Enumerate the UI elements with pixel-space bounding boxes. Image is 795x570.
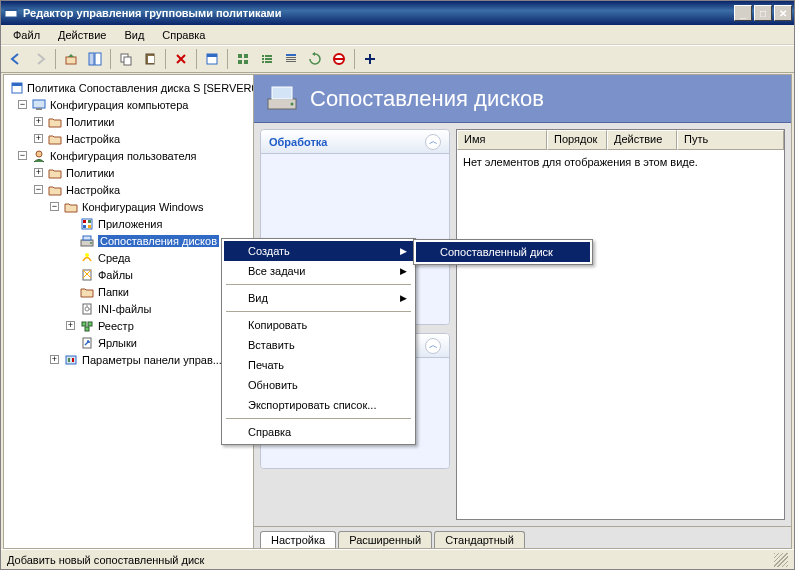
svg-rect-26 [335, 58, 343, 60]
ctx-export[interactable]: Экспортировать список... [224, 395, 413, 415]
tree-ini[interactable]: INI-файлы [98, 303, 151, 315]
folder-icon [47, 114, 63, 130]
svg-rect-6 [124, 57, 131, 65]
tree-policies-user[interactable]: Политики [66, 167, 115, 179]
add-button[interactable] [359, 48, 381, 70]
delete-button[interactable] [170, 48, 192, 70]
details-button[interactable] [280, 48, 302, 70]
menu-file[interactable]: Файл [5, 27, 48, 43]
context-menu: Создать ▶ Сопоставленный диск Все задачи… [221, 238, 416, 445]
expander-icon[interactable]: + [34, 134, 43, 143]
expander-icon[interactable]: − [18, 100, 27, 109]
svg-rect-16 [265, 55, 272, 57]
ctx-paste[interactable]: Вставить [224, 335, 413, 355]
tree-user-config[interactable]: Конфигурация пользователя [50, 150, 197, 162]
tab-settings[interactable]: Настройка [260, 531, 336, 548]
content-title: Сопоставления дисков [310, 86, 544, 112]
ctx-print[interactable]: Печать [224, 355, 413, 375]
svg-point-31 [36, 151, 42, 157]
tree-settings-user[interactable]: Настройка [66, 184, 120, 196]
menu-bar: Файл Действие Вид Справка [1, 25, 794, 45]
maximize-button[interactable]: □ [754, 5, 772, 21]
col-path[interactable]: Путь [677, 130, 784, 150]
svg-rect-10 [207, 54, 217, 57]
collapse-icon[interactable]: ︿ [425, 134, 441, 150]
resize-grip-icon[interactable] [774, 553, 788, 567]
ctx-view[interactable]: Вид ▶ [224, 288, 413, 308]
expander-icon[interactable]: − [18, 151, 27, 160]
ctx-create[interactable]: Создать ▶ Сопоставленный диск [224, 241, 413, 261]
svg-rect-49 [68, 358, 70, 362]
col-action[interactable]: Действие [607, 130, 677, 150]
tree-computer-config[interactable]: Конфигурация компьютера [50, 99, 188, 111]
copy-button[interactable] [115, 48, 137, 70]
expander-icon[interactable]: + [66, 321, 75, 330]
window-title: Редактор управления групповыми политикам… [23, 7, 281, 19]
tree-drive-maps[interactable]: Сопоставления дисков [98, 235, 219, 247]
large-icons-button[interactable] [232, 48, 254, 70]
tree-windows-config[interactable]: Конфигурация Windows [82, 201, 204, 213]
svg-rect-44 [82, 322, 86, 326]
minimize-button[interactable]: _ [734, 5, 752, 21]
tree-registry[interactable]: Реестр [98, 320, 134, 332]
computer-icon [31, 97, 47, 113]
ctx-mapped-drive[interactable]: Сопоставленный диск [416, 242, 590, 262]
expander-icon[interactable]: + [34, 168, 43, 177]
col-order[interactable]: Порядок [547, 130, 607, 150]
ctx-all-tasks[interactable]: Все задачи ▶ [224, 261, 413, 281]
control-panel-icon [63, 352, 79, 368]
menu-action[interactable]: Действие [50, 27, 114, 43]
ctx-copy[interactable]: Копировать [224, 315, 413, 335]
registry-icon [79, 318, 95, 334]
properties-button[interactable] [201, 48, 223, 70]
ctx-refresh[interactable]: Обновить [224, 375, 413, 395]
ctx-help[interactable]: Справка [224, 422, 413, 442]
submenu-arrow-icon: ▶ [400, 246, 407, 256]
col-name[interactable]: Имя [457, 130, 547, 150]
expander-icon[interactable]: − [50, 202, 59, 211]
svg-rect-23 [286, 59, 296, 60]
drive-map-large-icon [266, 85, 302, 113]
tree-apps[interactable]: Приложения [98, 218, 162, 230]
back-button[interactable] [5, 48, 27, 70]
tab-extended[interactable]: Расширенный [338, 531, 432, 548]
expander-icon[interactable]: + [34, 117, 43, 126]
up-button[interactable] [60, 48, 82, 70]
expander-icon[interactable]: + [50, 355, 59, 364]
svg-rect-48 [66, 356, 76, 364]
menu-help[interactable]: Справка [154, 27, 213, 43]
tree-root[interactable]: Политика Сопоставления диска S [SERVER0 [27, 82, 254, 94]
close-button[interactable]: ✕ [774, 5, 792, 21]
title-bar: Редактор управления групповыми политикам… [1, 1, 794, 25]
tree-settings[interactable]: Настройка [66, 133, 120, 145]
refresh-button[interactable] [304, 48, 326, 70]
stop-button[interactable] [328, 48, 350, 70]
svg-rect-20 [265, 61, 272, 63]
show-tree-button[interactable] [84, 48, 106, 70]
expander-icon[interactable]: − [34, 185, 43, 194]
tree-files[interactable]: Файлы [98, 269, 133, 281]
column-headers: Имя Порядок Действие Путь [457, 130, 784, 150]
tab-standard[interactable]: Стандартный [434, 531, 525, 548]
svg-rect-30 [36, 108, 42, 110]
svg-rect-24 [286, 61, 296, 62]
paste-button[interactable] [139, 48, 161, 70]
svg-rect-34 [88, 220, 91, 223]
header-band: Сопоставления дисков [254, 75, 791, 123]
tree-policies[interactable]: Политики [66, 116, 115, 128]
tree-shortcuts[interactable]: Ярлыки [98, 337, 137, 349]
tree-environment[interactable]: Среда [98, 252, 130, 264]
svg-rect-29 [33, 100, 45, 108]
submenu-arrow-icon: ▶ [400, 266, 407, 276]
svg-rect-8 [148, 56, 154, 63]
menu-view[interactable]: Вид [116, 27, 152, 43]
user-icon [31, 148, 47, 164]
forward-button[interactable] [29, 48, 51, 70]
list-view: Имя Порядок Действие Путь Нет элементов … [456, 129, 785, 520]
tree-control-panel[interactable]: Параметры панели управ... [82, 354, 222, 366]
svg-rect-14 [244, 60, 248, 64]
collapse-icon[interactable]: ︿ [425, 338, 441, 354]
list-button[interactable] [256, 48, 278, 70]
tree-folders[interactable]: Папки [98, 286, 129, 298]
svg-rect-28 [12, 83, 22, 86]
